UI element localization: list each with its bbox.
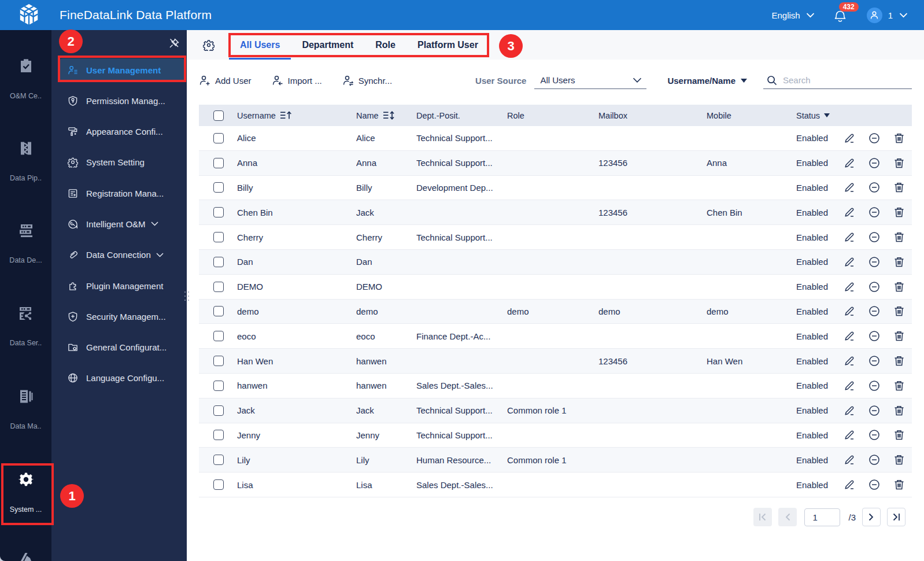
- delete-button[interactable]: [893, 231, 905, 243]
- rail-item-data-management[interactable]: Data Ma..: [0, 389, 51, 430]
- edit-button[interactable]: [844, 429, 855, 441]
- disable-button[interactable]: [868, 231, 880, 243]
- column-header-name[interactable]: Name: [356, 111, 416, 120]
- import-user-button[interactable]: Import ...: [272, 75, 322, 87]
- disable-button[interactable]: [868, 281, 880, 293]
- edit-button[interactable]: [844, 206, 855, 218]
- row-checkbox[interactable]: [213, 306, 224, 316]
- tab-settings-gear-icon[interactable]: [203, 39, 215, 51]
- disable-button[interactable]: [868, 355, 880, 367]
- row-checkbox[interactable]: [213, 257, 224, 267]
- rail-item-om-center[interactable]: O&M Ce..: [0, 58, 51, 100]
- edit-button[interactable]: [844, 132, 855, 144]
- edit-button[interactable]: [844, 454, 855, 466]
- row-checkbox[interactable]: [213, 405, 224, 416]
- edit-button[interactable]: [844, 380, 855, 392]
- delete-button[interactable]: [893, 305, 905, 317]
- disable-button[interactable]: [868, 330, 880, 342]
- rail-item-data-development[interactable]: Data De...: [0, 224, 51, 264]
- avatar[interactable]: [867, 8, 882, 23]
- rail-item-data-pipeline[interactable]: Data Pip..: [0, 141, 51, 182]
- delete-button[interactable]: [893, 330, 905, 342]
- delete-button[interactable]: [893, 479, 905, 490]
- edit-button[interactable]: [844, 281, 855, 293]
- row-checkbox[interactable]: [213, 430, 224, 440]
- delete-button[interactable]: [893, 454, 905, 466]
- column-header-status[interactable]: Status: [796, 111, 838, 120]
- rail-item-system-management[interactable]: System ...: [0, 472, 51, 514]
- tab-platform-user[interactable]: Platform User: [406, 30, 489, 60]
- menu-item-permission-management[interactable]: Permission Manag...: [60, 89, 184, 112]
- delete-button[interactable]: [893, 206, 905, 218]
- tab-department[interactable]: Department: [291, 30, 364, 60]
- edit-button[interactable]: [844, 157, 855, 169]
- delete-button[interactable]: [893, 256, 905, 268]
- edit-button[interactable]: [844, 355, 855, 367]
- next-page-button[interactable]: [862, 508, 881, 526]
- edit-button[interactable]: [844, 231, 855, 243]
- row-checkbox[interactable]: [213, 455, 224, 465]
- row-checkbox[interactable]: [213, 207, 224, 217]
- row-checkbox[interactable]: [213, 133, 224, 143]
- edit-button[interactable]: [844, 305, 855, 317]
- row-checkbox[interactable]: [213, 381, 224, 391]
- select-all-checkbox[interactable]: [213, 110, 224, 121]
- disable-button[interactable]: [868, 454, 880, 466]
- menu-item-intelligent-om[interactable]: Intelligent O&M: [60, 212, 184, 235]
- delete-button[interactable]: [893, 405, 905, 416]
- delete-button[interactable]: [893, 157, 905, 169]
- menu-item-appearance-configuration[interactable]: Appearance Confi...: [60, 120, 184, 143]
- disable-button[interactable]: [868, 479, 880, 490]
- menu-item-plugin-management[interactable]: Plugin Management: [60, 274, 184, 297]
- delete-button[interactable]: [893, 429, 905, 441]
- menu-item-user-management[interactable]: User Management: [60, 58, 184, 82]
- row-checkbox[interactable]: [213, 158, 224, 168]
- disable-button[interactable]: [868, 157, 880, 169]
- first-page-button[interactable]: [753, 508, 772, 526]
- search-input[interactable]: [783, 75, 899, 85]
- disable-button[interactable]: [868, 380, 880, 392]
- disable-button[interactable]: [868, 405, 880, 416]
- menu-item-data-connection[interactable]: Data Connection: [60, 243, 184, 267]
- language-selector[interactable]: English: [771, 10, 814, 20]
- edit-button[interactable]: [844, 256, 855, 268]
- sync-user-button[interactable]: Synchr...: [342, 75, 392, 87]
- disable-button[interactable]: [868, 182, 880, 193]
- unpin-icon[interactable]: [168, 37, 180, 50]
- menu-item-system-setting[interactable]: System Setting: [60, 151, 184, 174]
- rail-item-data-service[interactable]: Data Ser..: [0, 307, 51, 347]
- delete-button[interactable]: [893, 132, 905, 144]
- panel-resize-handle[interactable]: [184, 291, 190, 303]
- menu-item-registration-management[interactable]: Registration Mana...: [60, 182, 184, 205]
- disable-button[interactable]: [868, 132, 880, 144]
- row-checkbox[interactable]: [213, 356, 224, 366]
- previous-page-button[interactable]: [778, 508, 797, 526]
- last-page-button[interactable]: [887, 508, 905, 526]
- search-box[interactable]: [763, 72, 912, 89]
- add-user-button[interactable]: Add User: [199, 75, 252, 87]
- delete-button[interactable]: [893, 355, 905, 367]
- delete-button[interactable]: [893, 281, 905, 293]
- disable-button[interactable]: [868, 305, 880, 317]
- tab-role[interactable]: Role: [364, 30, 406, 60]
- menu-item-security-management[interactable]: Security Managem...: [60, 305, 184, 328]
- user-source-select[interactable]: All Users: [534, 72, 646, 89]
- column-header-username[interactable]: Username: [237, 111, 356, 120]
- row-checkbox[interactable]: [213, 331, 224, 341]
- delete-button[interactable]: [893, 182, 905, 193]
- edit-button[interactable]: [844, 479, 855, 490]
- row-checkbox[interactable]: [213, 282, 224, 292]
- row-checkbox[interactable]: [213, 232, 224, 242]
- search-field-selector[interactable]: Username/Name: [667, 76, 747, 86]
- notification-bell[interactable]: 432: [834, 8, 847, 22]
- disable-button[interactable]: [868, 256, 880, 268]
- disable-button[interactable]: [868, 206, 880, 218]
- edit-button[interactable]: [844, 182, 855, 193]
- row-checkbox[interactable]: [213, 479, 224, 490]
- menu-item-general-configuration[interactable]: General Configurat...: [60, 336, 184, 359]
- menu-item-language-configuration[interactable]: Language Configu...: [60, 367, 184, 390]
- edit-button[interactable]: [844, 330, 855, 342]
- chevron-down-icon[interactable]: [899, 13, 908, 18]
- tab-all-users[interactable]: All Users: [229, 30, 291, 60]
- row-checkbox[interactable]: [213, 182, 224, 193]
